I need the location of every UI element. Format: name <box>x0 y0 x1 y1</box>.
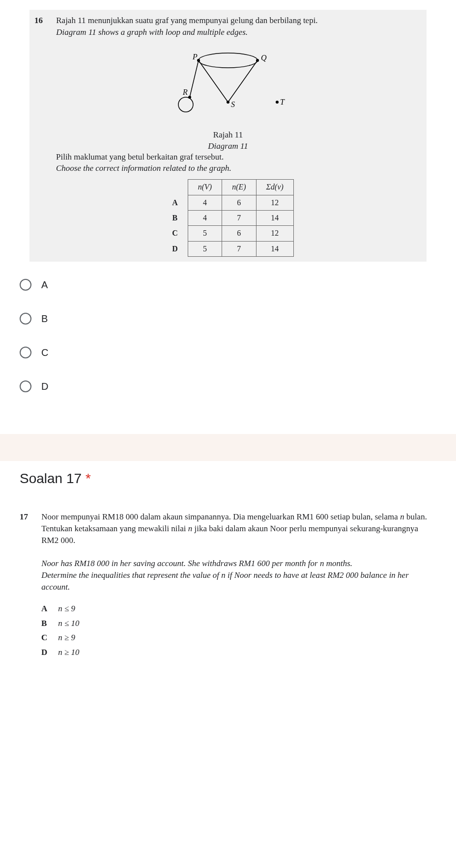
svg-point-6 <box>256 59 259 62</box>
q17-options-block: A n ≤ 9 B n ≤ 10 C n ≥ 9 D n ≥ 10 <box>41 603 436 658</box>
q16-text-en: Diagram 11 shows a graph with loop and m… <box>56 27 248 37</box>
radio-circle-icon <box>20 313 31 325</box>
row-d-ne: 7 <box>222 241 256 256</box>
graph-svg: P Q R S T <box>164 46 292 124</box>
q17-c-label: C <box>41 632 56 644</box>
instruction: Pilih maklumat yang betul berkaitan graf… <box>56 151 422 175</box>
graph-diagram: P Q R S T Rajah 11 Diagram 11 <box>34 46 422 144</box>
radio-circle-icon <box>20 380 31 392</box>
row-d-sdv: 14 <box>256 241 293 256</box>
table-row: B 4 7 14 <box>162 210 293 225</box>
table-row: D 5 7 14 <box>162 241 293 256</box>
row-d-nv: 5 <box>188 241 222 256</box>
vertex-p: P <box>192 53 198 61</box>
row-b-nv: 4 <box>188 210 222 225</box>
row-a-nv: 4 <box>188 195 222 210</box>
radio-option-b[interactable]: B <box>20 313 436 325</box>
radio-circle-icon <box>20 279 31 291</box>
diagram-label-my: Rajah 11 <box>213 130 243 139</box>
svg-point-9 <box>276 101 279 104</box>
svg-point-7 <box>188 96 191 99</box>
row-b-sdv: 14 <box>256 210 293 225</box>
required-mark: * <box>86 471 91 486</box>
row-b-label: B <box>162 210 188 225</box>
question-16-image: 16 Rajah 11 menunjukkan suatu graf yang … <box>29 10 427 262</box>
q17-number: 17 <box>20 511 39 523</box>
q16-text-my: Rajah 11 menunjukkan suatu graf yang mem… <box>56 16 317 25</box>
q16-text-block: Rajah 11 menunjukkan suatu graf yang mem… <box>56 15 419 38</box>
q16-options: A B C D <box>20 279 436 392</box>
radio-circle-icon <box>20 347 31 358</box>
q17-b-label: B <box>41 618 56 629</box>
svg-point-0 <box>199 53 257 68</box>
header-sdv: Σd(v) <box>256 180 293 195</box>
vertex-r: R <box>182 88 188 96</box>
q17-option-d: D n ≥ 10 <box>41 647 436 658</box>
row-a-label: A <box>162 195 188 210</box>
q17-c-text: n ≥ 9 <box>58 633 75 642</box>
header-nv: n(V) <box>188 180 222 195</box>
answer-table: n(V) n(E) Σd(v) A 4 6 12 B 4 7 <box>162 179 294 257</box>
table-row: A 4 6 12 <box>162 195 293 210</box>
q17-b-text: n ≤ 10 <box>58 619 79 628</box>
svg-point-4 <box>178 97 193 112</box>
row-c-nv: 5 <box>188 226 222 241</box>
q17-content: 17 Noor mempunyai RM18 000 dalam akaun s… <box>20 511 436 658</box>
vertex-s: S <box>231 100 235 108</box>
q17-my-3: Tentukan ketaksamaan yang mewakili nilai <box>41 524 188 533</box>
svg-line-3 <box>190 60 199 97</box>
q17-en-2: Determine the inequalities that represen… <box>41 570 409 592</box>
q17-a-text: n ≤ 9 <box>58 604 75 613</box>
row-c-label: C <box>162 226 188 241</box>
q17-my-1: Noor mempunyai RM18 000 dalam akaun simp… <box>41 512 400 521</box>
q17-option-c: C n ≥ 9 <box>41 632 436 644</box>
q17-en-1: Noor has RM18 000 in her saving account.… <box>41 559 352 568</box>
option-c-label: C <box>41 347 48 358</box>
vertex-q: Q <box>261 54 267 62</box>
q16-number: 16 <box>34 15 54 27</box>
question-16-content: 16 Rajah 11 menunjukkan suatu graf yang … <box>34 15 422 257</box>
q17-my-2: bulan. <box>404 512 427 521</box>
option-b-label: B <box>41 313 48 325</box>
q17-text-block: Noor mempunyai RM18 000 dalam akaun simp… <box>41 511 433 593</box>
row-a-sdv: 12 <box>256 195 293 210</box>
radio-option-c[interactable]: C <box>20 347 436 358</box>
instruction-en: Choose the correct information related t… <box>56 163 231 173</box>
header-ne: n(E) <box>222 180 256 195</box>
q17-d-label: D <box>41 647 56 658</box>
row-d-label: D <box>162 241 188 256</box>
instruction-my: Pilih maklumat yang betul berkaitan graf… <box>56 152 224 162</box>
row-a-ne: 6 <box>222 195 256 210</box>
q17-d-text: n ≥ 10 <box>58 648 79 657</box>
option-d-label: D <box>41 381 48 392</box>
q17-option-b: B n ≤ 10 <box>41 618 436 629</box>
svg-point-8 <box>227 101 229 104</box>
section-divider <box>0 434 456 461</box>
radio-option-a[interactable]: A <box>20 279 436 291</box>
question-16-card: 16 Rajah 11 menunjukkan suatu graf yang … <box>0 0 456 424</box>
table-row: C 5 6 12 <box>162 226 293 241</box>
row-c-ne: 6 <box>222 226 256 241</box>
q17-my-n1: n <box>400 512 404 521</box>
row-b-ne: 7 <box>222 210 256 225</box>
q17-title: Soalan 17 * <box>0 471 456 501</box>
q17-title-text: Soalan 17 <box>20 471 82 486</box>
radio-option-d[interactable]: D <box>20 380 436 392</box>
question-17-card: 17 Noor mempunyai RM18 000 dalam akaun s… <box>20 511 436 658</box>
vertex-t: T <box>280 98 285 106</box>
svg-point-5 <box>197 59 200 62</box>
diagram-label: Rajah 11 Diagram 11 <box>34 129 422 153</box>
q17-option-a: A n ≤ 9 <box>41 603 436 615</box>
diagram-label-en: Diagram 11 <box>208 141 248 151</box>
row-c-sdv: 12 <box>256 226 293 241</box>
option-a-label: A <box>41 279 48 291</box>
q17-a-label: A <box>41 603 56 615</box>
